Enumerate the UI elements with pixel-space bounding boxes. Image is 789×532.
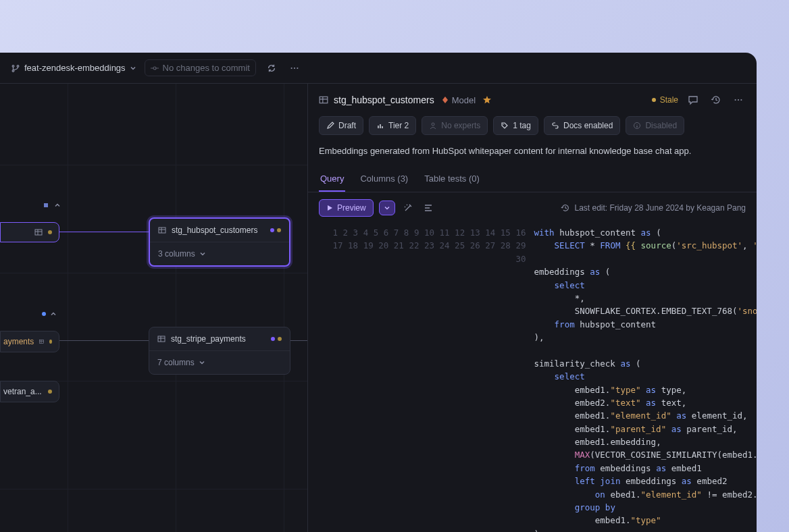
chevron-down-icon [199, 359, 205, 366]
lineage-canvas[interactable]: ayments vetran_a... stg_hubspot_customer… [0, 84, 307, 532]
git-branch-icon [11, 63, 20, 73]
status-dot-icon [270, 228, 274, 232]
status-dot-icon [271, 337, 275, 341]
wand-button[interactable] [401, 201, 415, 215]
lineage-node-partial[interactable]: ayments [0, 331, 59, 352]
lineage-node-partial[interactable] [0, 222, 59, 242]
lineage-node-partial[interactable]: vetran_a... [0, 381, 59, 402]
status-dot-icon [652, 98, 656, 102]
more-menu-button[interactable] [287, 61, 302, 76]
code-content: with hubspot_content as ( SELECT * FROM … [534, 226, 757, 532]
status-dot-icon [277, 228, 281, 232]
status-dot-icon [278, 337, 282, 341]
chevron-up-icon [50, 311, 57, 317]
play-icon [326, 205, 333, 211]
main-split: ayments vetran_a... stg_hubspot_customer… [0, 84, 757, 532]
svg-point-12 [432, 123, 434, 126]
svg-point-1 [291, 67, 292, 68]
table-icon [158, 226, 166, 234]
model-icon [441, 96, 449, 104]
commit-icon [151, 64, 159, 72]
info-icon [633, 122, 641, 130]
svg-point-11 [740, 99, 742, 101]
svg-rect-5 [40, 340, 44, 344]
source-icon [42, 201, 50, 209]
model-description: Embeddings generated from HubSpot whitep… [308, 143, 757, 167]
canvas-grid [0, 84, 307, 532]
history-button[interactable] [708, 92, 724, 108]
editor-toolbar: Preview Last edit: Friday 28 June 2024 b… [308, 192, 757, 223]
history-icon [561, 203, 570, 213]
edge [290, 340, 307, 341]
model-badge: Model [441, 95, 476, 105]
app-window: feat-zendesk-embeddings No changes to co… [0, 53, 757, 532]
top-toolbar: feat-zendesk-embeddings No changes to co… [0, 53, 757, 84]
canvas-collapse-toggle[interactable] [39, 200, 63, 211]
table-icon [34, 228, 43, 236]
status-dot-icon [48, 390, 52, 394]
disabled-pill[interactable]: Disabled [626, 116, 684, 135]
detail-header: stg_hubspot_customers Model Stale [308, 84, 757, 116]
chevron-up-icon [54, 202, 61, 209]
node-columns-toggle[interactable]: 7 columns [149, 350, 290, 374]
last-edit-info: Last edit: Friday 28 June 2024 by Keagan… [561, 203, 746, 213]
svg-point-13 [503, 124, 504, 125]
svg-point-10 [738, 99, 739, 101]
edge [59, 232, 149, 232]
svg-point-2 [294, 67, 295, 68]
detail-panel: stg_hubspot_customers Model Stale [307, 84, 757, 532]
edge [59, 340, 149, 341]
bars-icon [376, 122, 384, 130]
experts-pill[interactable]: No experts [422, 116, 488, 135]
link-icon [551, 122, 559, 130]
node-header: stg_hubspot_customers [150, 219, 289, 242]
svg-point-0 [153, 67, 156, 70]
tag-pill[interactable]: 1 tag [493, 116, 538, 135]
detail-tabs: Query Columns (3) Table tests (0) [308, 167, 757, 192]
svg-rect-4 [35, 230, 42, 235]
tag-icon [501, 122, 509, 130]
more-menu-button[interactable] [731, 92, 746, 107]
node-header: stg_stripe_payments [149, 327, 290, 350]
tab-query[interactable]: Query [319, 167, 345, 192]
refresh-button[interactable] [264, 61, 279, 76]
status-dot-icon [48, 230, 52, 234]
chevron-down-icon [384, 205, 390, 211]
commit-status: No changes to commit [145, 59, 256, 76]
chevron-down-icon [199, 250, 206, 257]
node-columns-toggle[interactable]: 3 columns [150, 242, 289, 265]
table-icon [157, 335, 166, 343]
status-dot-icon [49, 340, 52, 344]
docs-pill[interactable]: Docs enabled [544, 116, 620, 135]
detail-title: stg_hubspot_customers [319, 95, 434, 105]
branch-name: feat-zendesk-embeddings [24, 63, 126, 73]
preview-button[interactable]: Preview [319, 199, 374, 217]
tier-pill[interactable]: Tier 2 [369, 116, 416, 135]
svg-rect-7 [158, 336, 165, 342]
lineage-node-hubspot[interactable]: stg_hubspot_customers 3 columns [149, 217, 290, 267]
line-gutter: 1 2 3 4 5 6 7 8 9 10 11 12 13 14 15 16 1… [313, 226, 534, 532]
lineage-node-stripe[interactable]: stg_stripe_payments 7 columns [149, 327, 290, 375]
svg-rect-8 [320, 97, 328, 103]
draft-pill[interactable]: Draft [319, 116, 363, 135]
tab-table-tests[interactable]: Table tests (0) [423, 167, 481, 192]
pencil-icon [326, 122, 334, 130]
star-icon[interactable] [482, 95, 492, 105]
svg-point-3 [297, 67, 298, 68]
branch-selector[interactable]: feat-zendesk-embeddings [11, 63, 136, 73]
status-dot-icon [42, 312, 46, 316]
svg-point-9 [735, 99, 736, 101]
svg-rect-6 [159, 228, 166, 233]
format-button[interactable] [421, 201, 436, 215]
user-icon [429, 122, 437, 130]
chevron-down-icon [130, 65, 136, 72]
canvas-collapse-toggle[interactable] [39, 309, 59, 319]
comment-button[interactable] [685, 92, 701, 108]
table-icon [39, 338, 44, 346]
preview-dropdown[interactable] [379, 201, 395, 215]
tab-columns[interactable]: Columns (3) [359, 167, 409, 192]
stale-status: Stale [652, 95, 678, 105]
meta-pills: Draft Tier 2 No experts 1 tag Docs enabl… [308, 116, 757, 143]
code-editor[interactable]: 1 2 3 4 5 6 7 8 9 10 11 12 13 14 15 16 1… [308, 223, 757, 532]
table-icon [319, 95, 328, 105]
